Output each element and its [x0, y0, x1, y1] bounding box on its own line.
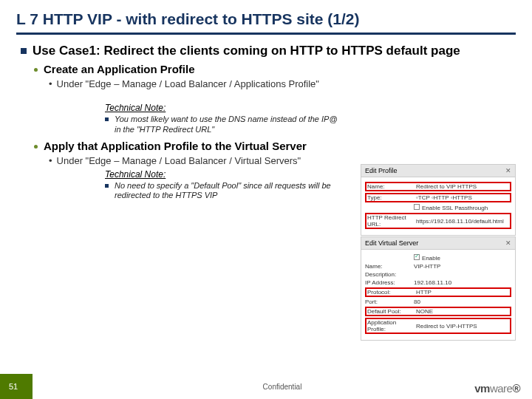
row-redirect-url: HTTP Redirect URL: https://192.168.11.10…	[365, 213, 511, 229]
field-value: Redirect to VIP HTTPS	[416, 183, 509, 190]
field-value: 80	[414, 299, 511, 305]
panel-title: Edit Virtual Server	[365, 239, 418, 247]
square-bullet-icon	[105, 117, 109, 121]
technical-note-1: Technical Note: You most likely want to …	[105, 103, 516, 135]
bullet-text: Use Case1: Redirect the clients coming o…	[33, 44, 460, 58]
page-number: 51	[9, 374, 18, 399]
footer: 51 Confidential vmware®	[0, 374, 532, 399]
title-underline	[16, 33, 516, 35]
dot-small-icon: •	[49, 155, 52, 166]
close-icon[interactable]: ✕	[505, 167, 511, 174]
square-bullet-icon	[21, 48, 27, 54]
logo-ware: ware	[490, 382, 513, 395]
row-default-pool: Default Pool: NONE	[365, 307, 511, 316]
ssl-text: Enable SSL Passthrough	[422, 205, 488, 211]
slide: L 7 HTTP VIP - with redirect to HTTPS si…	[0, 0, 532, 399]
edit-profile-panel: Edit Profile ✕ Name: Redirect to VIP HTT…	[361, 164, 516, 236]
edit-virtual-server-panel: Edit Virtual Server ✕ Enable Name: VIP-H…	[361, 236, 516, 341]
field-label: Name:	[367, 183, 413, 190]
field-value: VIP-HTTP	[414, 263, 511, 270]
field-label: Type:	[367, 194, 413, 201]
row-protocol: Protocol: HTTP	[365, 287, 511, 297]
field-label: Name:	[365, 263, 411, 270]
row-type: Type: ◦TCP ◦HTTP ◦HTTPS	[365, 193, 511, 202]
dot-bullet-icon	[34, 145, 38, 149]
bullet-use-case: Use Case1: Redirect the clients coming o…	[21, 44, 516, 58]
field-label: Description:	[365, 271, 411, 278]
row-port: Port: 80	[365, 299, 511, 305]
confidential-label: Confidential	[33, 383, 532, 391]
bullet-text: Apply that Application Profile to the Vi…	[44, 140, 307, 152]
panel-header: Edit Profile ✕	[361, 165, 515, 177]
field-value: Enable SSL Passthrough	[414, 204, 511, 211]
field-label: Application Profile:	[367, 319, 413, 332]
field-value: NONE	[416, 308, 509, 315]
tech-note-text: No need to specify a "Default Pool" sinc…	[115, 181, 341, 202]
bullet-text: Under "Edge – Manage / Load Balancer / V…	[57, 155, 301, 166]
bullet-text: Create an Application Profile	[44, 63, 195, 75]
field-value: HTTP	[416, 289, 509, 296]
row-ip: IP Address: 192.168.11.10	[365, 279, 511, 286]
panel-title: Edit Profile	[365, 167, 398, 174]
row-enable: Enable	[365, 254, 511, 262]
tech-note-label: Technical Note:	[105, 103, 516, 113]
tech-note-text: You most likely want to use the DNS name…	[115, 115, 341, 135]
bullet-apply-profile: Apply that Application Profile to the Vi…	[34, 140, 516, 152]
row-name: Name: VIP-HTTP	[365, 263, 511, 270]
field-label: IP Address:	[365, 279, 411, 286]
close-icon[interactable]: ✕	[505, 239, 511, 247]
panel-body: Enable Name: VIP-HTTP Description: IP Ad…	[361, 250, 515, 340]
row-ssl: Enable SSL Passthrough	[365, 204, 511, 211]
bullet-create-profile: Create an Application Profile	[34, 63, 516, 75]
row-description: Description:	[365, 271, 511, 278]
field-label: Port:	[365, 299, 411, 305]
tech-note-item: No need to specify a "Default Pool" sinc…	[105, 181, 341, 202]
field-value: 192.168.11.10	[414, 279, 511, 286]
panel-body: Name: Redirect to VIP HTTPS Type: ◦TCP ◦…	[361, 177, 515, 235]
field-label: HTTP Redirect URL:	[367, 214, 413, 228]
dot-bullet-icon	[34, 68, 38, 72]
vmware-logo: vmware®	[474, 382, 520, 395]
row-name: Name: Redirect to VIP HTTPS	[365, 182, 511, 191]
checkbox-icon[interactable]	[414, 254, 420, 260]
field-value: ◦TCP ◦HTTP ◦HTTPS	[416, 194, 509, 201]
slide-title: L 7 HTTP VIP - with redirect to HTTPS si…	[16, 10, 516, 33]
checkbox-icon[interactable]	[414, 204, 420, 210]
dot-small-icon: •	[49, 78, 52, 89]
enable-text: Enable	[422, 255, 440, 262]
logo-vm: vm	[474, 382, 490, 395]
row-application-profile: Application Profile: Redirect to VIP-HTT…	[365, 318, 511, 334]
panel-header: Edit Virtual Server ✕	[361, 237, 515, 250]
field-value: https://192.168.11.10/default.html	[416, 218, 509, 225]
field-value: Enable	[414, 254, 511, 262]
tech-note-item: You most likely want to use the DNS name…	[105, 115, 341, 135]
bullet-text: Under "Edge – Manage / Load Balancer / A…	[57, 78, 319, 89]
field-label: Protocol:	[367, 289, 413, 296]
square-bullet-icon	[105, 184, 109, 188]
field-label: Default Pool:	[367, 308, 413, 315]
bullet-path-profile: • Under "Edge – Manage / Load Balancer /…	[49, 78, 516, 89]
field-value: Redirect to VIP-HTTPS	[416, 323, 509, 330]
